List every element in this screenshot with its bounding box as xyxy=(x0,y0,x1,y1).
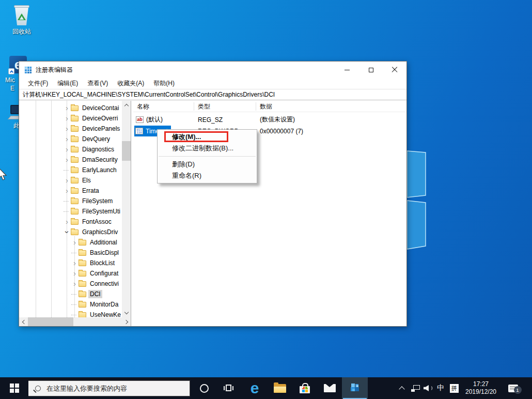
scroll-right-button[interactable] xyxy=(122,317,131,326)
tree-item-additional[interactable]: Additional xyxy=(71,237,119,248)
taskbar-search-box[interactable] xyxy=(28,380,190,396)
tree-vertical-scrollbar[interactable] xyxy=(122,101,131,317)
maximize-button[interactable] xyxy=(359,62,383,78)
chevron-right-icon[interactable] xyxy=(71,270,78,277)
chevron-right-icon[interactable] xyxy=(64,188,70,194)
tree-item-basicdispl[interactable]: BasicDispl xyxy=(71,248,120,258)
chevron-right-icon[interactable] xyxy=(71,281,78,287)
tree-item-connectivi[interactable]: Connectivi xyxy=(71,279,120,289)
chevron-right-icon[interactable] xyxy=(71,239,78,245)
tree-item-deviceoverri[interactable]: DeviceOverri xyxy=(64,113,119,124)
title-bar[interactable]: 注册表编辑器 xyxy=(19,62,406,78)
leaf-connector xyxy=(64,201,69,202)
folder-icon xyxy=(71,157,79,163)
tree-item-monitorda[interactable]: MonitorDa xyxy=(71,299,120,310)
context-menu: 修改(M)... 修改二进制数据(B)... 删除(D) 重命名(R) xyxy=(157,129,257,183)
recycle-bin-icon xyxy=(14,5,29,25)
tree-item-els[interactable]: Els xyxy=(64,175,92,186)
address-bar[interactable]: 计算机\HKEY_LOCAL_MACHINE\SYSTEM\CurrentCon… xyxy=(19,89,406,100)
folder-icon xyxy=(71,198,79,204)
windows-logo-wallpaper xyxy=(406,147,429,253)
registry-editor-icon xyxy=(349,382,361,394)
tree-item-blocklist[interactable]: BlockList xyxy=(71,258,116,268)
tree-item-devquery[interactable]: DevQuery xyxy=(64,134,112,144)
close-button[interactable] xyxy=(383,62,406,78)
taskbar-registry-editor-button-active[interactable] xyxy=(342,377,368,399)
tray-ime-mode-button[interactable]: 拼 xyxy=(448,377,460,399)
tree-item-diagnostics[interactable]: Diagnostics xyxy=(64,144,116,155)
column-name[interactable]: 名称 xyxy=(137,101,149,112)
taskbar-edge-button[interactable]: e xyxy=(246,377,263,399)
tree-item-configurat[interactable]: Configurat xyxy=(71,268,120,279)
menu-edit[interactable]: 编辑(E) xyxy=(53,79,83,88)
tray-ime-language-button[interactable]: 中 xyxy=(435,377,446,399)
column-data[interactable]: 数据 xyxy=(260,101,272,112)
chevron-right-icon[interactable] xyxy=(64,115,70,121)
chevron-right-icon[interactable] xyxy=(64,177,70,183)
tree-item-filesystemuti[interactable]: FileSystemUti xyxy=(64,206,122,217)
notification-center-button[interactable]: 1 xyxy=(502,377,524,399)
menu-item-rename[interactable]: 重命名(R) xyxy=(158,170,257,181)
column-type[interactable]: 类型 xyxy=(198,101,210,112)
shortcut-arrow-icon xyxy=(8,68,14,74)
desktop-icon-recycle-bin[interactable]: 回收站 xyxy=(3,5,40,36)
folder-icon xyxy=(79,260,86,266)
tray-expand-button[interactable] xyxy=(397,377,407,399)
search-input[interactable] xyxy=(45,384,175,393)
taskbar-file-explorer-button[interactable] xyxy=(271,377,289,399)
chevron-right-icon[interactable] xyxy=(64,219,70,225)
chevron-right-icon[interactable] xyxy=(71,260,78,266)
tree-item-dmasecurity[interactable]: DmaSecurity xyxy=(64,155,119,165)
scroll-left-button[interactable] xyxy=(19,317,28,326)
menu-item-modify-binary[interactable]: 修改二进制数据(B)... xyxy=(158,143,257,154)
scroll-up-button[interactable] xyxy=(122,101,131,110)
chevron-right-icon[interactable] xyxy=(64,105,70,111)
scrollbar-thumb[interactable] xyxy=(28,317,73,326)
tree-item-filesystem[interactable]: FileSystem xyxy=(64,196,114,206)
store-icon xyxy=(300,386,310,393)
cortana-button[interactable] xyxy=(195,377,213,399)
folder-icon xyxy=(71,229,79,235)
chevron-right-icon[interactable] xyxy=(64,146,70,152)
taskbar-mail-button[interactable] xyxy=(320,377,339,399)
menu-favorites[interactable]: 收藏夹(A) xyxy=(113,79,149,88)
tray-network-button[interactable] xyxy=(409,377,421,399)
folder-icon xyxy=(71,105,79,111)
maximize-icon xyxy=(369,68,373,72)
tree-item-dci[interactable]: DCI xyxy=(71,289,102,299)
tree-item-earlylaunch[interactable]: EarlyLaunch xyxy=(64,165,118,175)
task-view-icon xyxy=(224,384,234,392)
chevron-right-icon[interactable] xyxy=(64,136,70,142)
menu-view[interactable]: 查看(V) xyxy=(83,79,113,88)
windows-start-icon xyxy=(10,383,19,393)
value-row-default[interactable]: ab (默认) REG_SZ (数值未设置) xyxy=(133,114,406,125)
tree-item-devicecontai[interactable]: DeviceContai xyxy=(64,103,120,113)
tree-item-errata[interactable]: Errata xyxy=(64,186,101,196)
chevron-right-icon[interactable] xyxy=(64,157,70,163)
file-explorer-icon xyxy=(274,384,286,393)
chevron-right-icon[interactable] xyxy=(64,126,70,132)
tray-volume-button[interactable] xyxy=(422,377,434,399)
scrollbar-thumb[interactable] xyxy=(122,141,131,161)
folder-icon xyxy=(71,167,79,173)
menu-bar: 文件(F) 编辑(E) 查看(V) 收藏夹(A) 帮助(H) xyxy=(19,78,406,89)
task-view-button[interactable] xyxy=(220,377,238,399)
folder-icon xyxy=(79,312,86,318)
tree-item-fontassoc[interactable]: FontAssoc xyxy=(64,217,113,227)
tray-clock[interactable]: 17:27 2019/12/20 xyxy=(463,377,499,399)
tree-item-devicepanels[interactable]: DevicePanels xyxy=(64,124,121,134)
tree-item-graphicsdrivers[interactable]: GraphicsDriv xyxy=(64,227,119,237)
leaf-connector xyxy=(71,253,76,253)
minimize-button[interactable] xyxy=(335,62,359,78)
value-data: (数值未设置) xyxy=(260,114,295,125)
taskbar-store-button[interactable] xyxy=(295,377,314,399)
menu-help[interactable]: 帮助(H) xyxy=(149,79,179,88)
menu-file[interactable]: 文件(F) xyxy=(23,79,53,88)
edge-label-line2: E xyxy=(10,85,14,92)
folder-icon xyxy=(71,178,79,183)
menu-item-delete[interactable]: 删除(D) xyxy=(158,159,257,170)
chevron-down-icon[interactable] xyxy=(64,229,70,235)
start-button[interactable] xyxy=(4,377,25,399)
tree-horizontal-scrollbar[interactable] xyxy=(19,317,131,326)
scroll-down-button[interactable] xyxy=(122,309,131,317)
